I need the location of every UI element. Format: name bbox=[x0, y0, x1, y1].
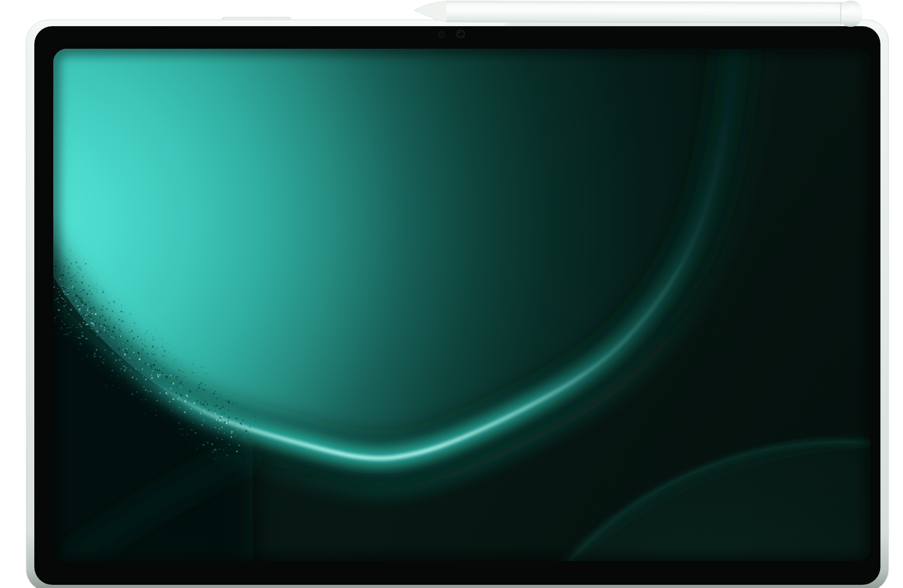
light-sensor bbox=[438, 32, 445, 38]
camera-glint bbox=[458, 32, 460, 33]
tablet-screen bbox=[18, 27, 903, 588]
tablet-product-render bbox=[0, 0, 903, 588]
pen-cap bbox=[839, 0, 862, 27]
product-photo-stage bbox=[0, 0, 903, 588]
pen-cap-highlight bbox=[847, 5, 858, 11]
